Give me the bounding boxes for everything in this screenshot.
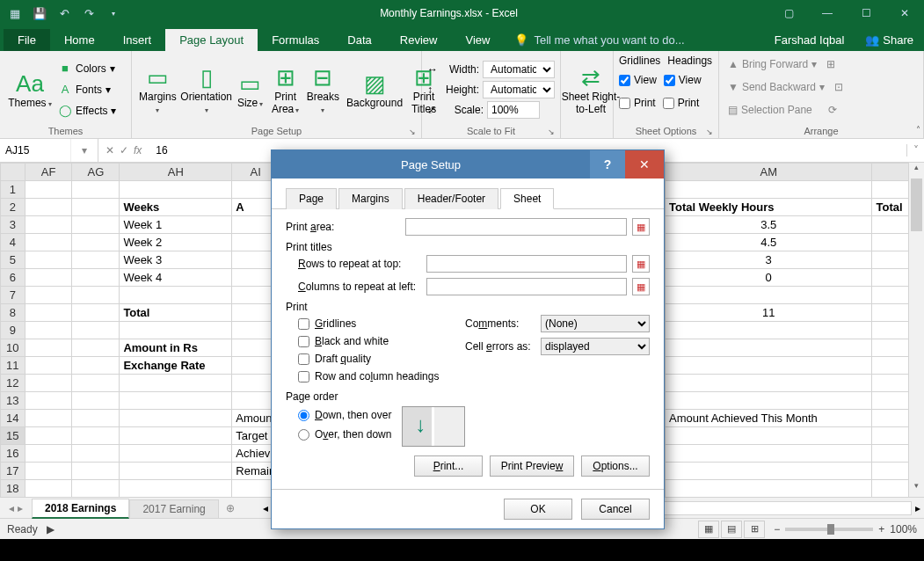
print-area-input[interactable] xyxy=(405,218,627,236)
undo-icon[interactable]: ↶ xyxy=(53,3,76,24)
ribbon: AaThemes ■Colors ▾ AFonts ▾ ◯Effects ▾ T… xyxy=(0,51,924,139)
tab-file[interactable]: File xyxy=(4,29,50,51)
maximize-icon[interactable]: ☐ xyxy=(847,0,885,26)
over-then-down-radio[interactable]: Over, then down xyxy=(298,426,391,443)
formula-expand-icon[interactable]: ˅ xyxy=(906,144,924,157)
normal-view-icon[interactable]: ▦ xyxy=(698,521,719,538)
page-break-view-icon[interactable]: ⊞ xyxy=(744,521,765,538)
collapse-ribbon-icon[interactable]: ˄ xyxy=(916,125,920,135)
share-button[interactable]: 👥Share xyxy=(855,29,924,51)
print-area-button[interactable]: ⊞Print Area xyxy=(270,62,302,116)
page-order-label: Page order xyxy=(286,390,650,403)
zoom-in-icon[interactable]: + xyxy=(878,523,884,536)
zoom-level[interactable]: 100% xyxy=(890,523,917,536)
gridlines-check[interactable]: Gridlines xyxy=(298,315,451,332)
dialog-help-icon[interactable]: ? xyxy=(590,150,625,178)
print-area-icon: ⊞ xyxy=(272,63,300,91)
headings-print-check[interactable]: Print xyxy=(663,93,700,113)
zoom-out-icon[interactable]: − xyxy=(774,523,780,536)
add-sheet-button[interactable]: ⊕ xyxy=(219,499,242,517)
page-setup-launcher[interactable]: ↘ xyxy=(409,128,416,136)
user-name[interactable]: Farshad Iqbal xyxy=(764,29,855,51)
width-select[interactable]: Automatic xyxy=(483,61,555,78)
fx-icon[interactable]: fx xyxy=(134,144,142,157)
cols-repeat-picker[interactable]: ▦ xyxy=(632,278,650,295)
dialog-tab-page[interactable]: Page xyxy=(286,188,337,209)
name-box-input[interactable] xyxy=(0,144,70,157)
qat-customize-icon[interactable]: ▾ xyxy=(102,3,125,24)
tab-home[interactable]: Home xyxy=(50,29,109,51)
sheet-tab-active[interactable]: 2018 Earnings xyxy=(32,499,129,519)
breaks-button[interactable]: ⊟Breaks xyxy=(305,62,341,116)
gridlines-header: Gridlines xyxy=(619,55,660,67)
colors-button[interactable]: ■Colors ▾ xyxy=(58,59,116,78)
print-area-picker[interactable]: ▦ xyxy=(632,218,650,236)
name-box[interactable]: ▾ xyxy=(0,139,98,162)
rows-repeat-input[interactable] xyxy=(426,255,627,273)
tab-view[interactable]: View xyxy=(451,29,504,51)
height-icon: ↕ xyxy=(427,84,433,96)
cell-errors-select[interactable]: displayed xyxy=(541,338,650,355)
send-backward-icon: ▼ xyxy=(728,81,738,93)
close-window-icon[interactable]: ✕ xyxy=(885,0,924,26)
page-layout-view-icon[interactable]: ▤ xyxy=(721,521,742,538)
gridlines-print-check[interactable]: Print xyxy=(619,93,656,113)
dialog-tab-margins[interactable]: Margins xyxy=(338,188,403,209)
bring-forward-button: ▲Bring Forward ▾ ⊞ xyxy=(724,55,918,74)
sheet-tab-inactive[interactable]: 2017 Earning xyxy=(129,499,218,518)
themes-button[interactable]: AaThemes xyxy=(5,68,55,111)
zoom-slider[interactable] xyxy=(785,528,873,531)
draft-check[interactable]: Draft quality xyxy=(298,350,451,368)
comments-select[interactable]: (None) xyxy=(541,315,650,332)
name-box-dropdown[interactable]: ▾ xyxy=(70,139,98,162)
print-preview-button[interactable]: Print Preview xyxy=(490,455,574,477)
rows-repeat-label: Rows to repeat at top: xyxy=(298,258,421,270)
redo-icon[interactable]: ↷ xyxy=(77,3,100,24)
headings-view-check[interactable]: View xyxy=(664,70,702,90)
tab-review[interactable]: Review xyxy=(386,29,452,51)
rows-repeat-picker[interactable]: ▦ xyxy=(632,255,650,273)
group-sheet-options-label: Sheet Options xyxy=(636,126,697,136)
dialog-close-icon[interactable]: ✕ xyxy=(625,150,664,178)
cancel-button[interactable]: Cancel xyxy=(581,499,650,520)
tell-me[interactable]: 💡Tell me what you want to do... xyxy=(504,29,695,51)
tab-data[interactable]: Data xyxy=(333,29,385,51)
height-select[interactable]: Automatic xyxy=(483,81,555,98)
orientation-button[interactable]: ▯Orientation xyxy=(182,62,231,116)
dialog-tab-sheet[interactable]: Sheet xyxy=(500,188,554,209)
vertical-scrollbar[interactable]: ▴▾ xyxy=(908,163,924,497)
print-button[interactable]: Print... xyxy=(414,455,483,477)
rtl-button[interactable]: ⇄Sheet Right- to-Left xyxy=(566,62,615,116)
dialog-tab-header-footer[interactable]: Header/Footer xyxy=(404,188,498,209)
fonts-button[interactable]: AFonts ▾ xyxy=(58,80,116,99)
tab-insert[interactable]: Insert xyxy=(109,29,166,51)
ribbon-options-icon[interactable]: ▢ xyxy=(769,0,808,26)
fonts-icon: A xyxy=(58,83,72,97)
gridlines-view-check[interactable]: View xyxy=(619,70,657,90)
options-button[interactable]: Options... xyxy=(581,455,650,477)
row-col-headings-check[interactable]: Row and column headings xyxy=(298,368,451,385)
sheet-options-launcher[interactable]: ↘ xyxy=(706,128,713,136)
window-title: Monthly Earnings.xlsx - Excel xyxy=(128,7,769,19)
selection-pane-button: ▤Selection Pane ⟳ xyxy=(724,100,918,120)
page-setup-dialog: Page Setup ? ✕ Page Margins Header/Foote… xyxy=(271,149,665,529)
margins-button[interactable]: ▭Margins xyxy=(137,62,178,116)
background-button[interactable]: ▨Background xyxy=(345,68,404,111)
cols-repeat-input[interactable] xyxy=(426,278,627,295)
down-then-over-radio[interactable]: Down, then over xyxy=(298,406,391,424)
sheet-nav-prev[interactable]: ◂ xyxy=(9,502,14,514)
effects-button[interactable]: ◯Effects ▾ xyxy=(58,101,116,120)
sheet-nav-next[interactable]: ▸ xyxy=(18,502,23,514)
save-icon[interactable]: 💾 xyxy=(28,3,51,24)
cancel-formula-icon[interactable]: ✕ xyxy=(105,144,114,157)
size-button[interactable]: ▭Size xyxy=(235,68,266,111)
ok-button[interactable]: OK xyxy=(504,499,572,520)
tab-formulas[interactable]: Formulas xyxy=(258,29,333,51)
tab-page-layout[interactable]: Page Layout xyxy=(165,29,258,51)
minimize-icon[interactable]: — xyxy=(808,0,847,26)
enter-formula-icon[interactable]: ✓ xyxy=(120,144,128,157)
macro-record-icon[interactable]: ▶ xyxy=(47,523,55,536)
scale-launcher[interactable]: ↘ xyxy=(548,128,555,136)
black-white-check[interactable]: Black and white xyxy=(298,332,451,350)
scale-input[interactable] xyxy=(487,101,540,119)
